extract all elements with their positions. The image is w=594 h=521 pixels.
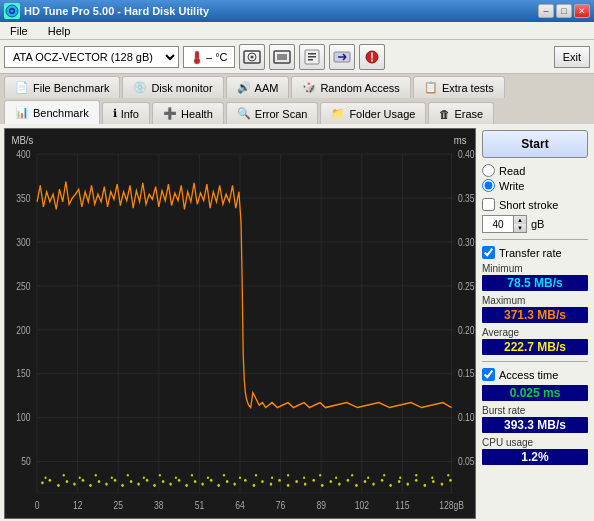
title-bar-left: HD Tune Pro 5.00 - Hard Disk Utility	[4, 3, 209, 19]
toolbar-btn-3[interactable]	[299, 44, 325, 70]
tab-benchmark[interactable]: 📊 Benchmark	[4, 100, 100, 124]
burst-rate-label: Burst rate	[482, 405, 588, 416]
spinbox-up[interactable]: ▲	[514, 216, 526, 224]
svg-text:0.20: 0.20	[458, 325, 475, 336]
svg-point-140	[431, 477, 433, 480]
short-stroke-label: Short stroke	[499, 199, 558, 211]
svg-point-139	[415, 474, 417, 477]
short-stroke-row: ▲ ▼ gB	[482, 215, 588, 233]
chart-container: MB/s ms 400 350 300 250 200 150 100 50 0…	[4, 128, 476, 519]
svg-text:350: 350	[16, 193, 30, 204]
svg-text:102: 102	[355, 501, 369, 512]
title-bar: HD Tune Pro 5.00 - Hard Disk Utility – □…	[0, 0, 594, 22]
svg-point-119	[95, 474, 97, 477]
svg-text:89: 89	[316, 501, 325, 512]
svg-point-132	[303, 477, 305, 480]
right-panel: Start Read Write Short stroke ▲ ▼	[480, 128, 590, 519]
tab-folder-usage[interactable]: 📁 Folder Usage	[320, 102, 426, 124]
window-title: HD Tune Pro 5.00 - Hard Disk Utility	[24, 5, 209, 17]
benchmark-icon: 📊	[15, 106, 29, 119]
short-stroke-spinbox[interactable]: ▲ ▼	[482, 215, 527, 233]
svg-text:400: 400	[16, 149, 30, 160]
svg-point-131	[287, 474, 289, 477]
minimize-button[interactable]: –	[538, 4, 554, 18]
read-radio-item[interactable]: Read	[482, 164, 588, 177]
access-time-checkbox-item[interactable]: Access time	[482, 368, 588, 381]
svg-point-70	[73, 483, 76, 486]
svg-point-85	[194, 480, 197, 483]
svg-point-125	[191, 474, 193, 477]
spinbox-down[interactable]: ▼	[514, 224, 526, 232]
svg-point-86	[201, 483, 204, 486]
svg-text:0.10: 0.10	[458, 413, 475, 424]
svg-point-68	[57, 484, 60, 487]
access-time-checkbox[interactable]	[482, 368, 495, 381]
svg-point-136	[367, 477, 369, 480]
tab-info[interactable]: ℹ Info	[102, 102, 150, 124]
svg-text:0.40: 0.40	[458, 149, 475, 160]
menu-help[interactable]: Help	[42, 24, 77, 38]
svg-text:0.05: 0.05	[458, 457, 475, 468]
svg-text:150: 150	[16, 369, 30, 380]
tab-file-benchmark[interactable]: 📄 File Benchmark	[4, 76, 120, 98]
svg-text:128gB: 128gB	[439, 501, 464, 512]
svg-point-135	[351, 474, 353, 477]
transfer-rate-checkbox[interactable]	[482, 246, 495, 259]
menu-bar: File Help	[0, 22, 594, 40]
maximize-button[interactable]: □	[556, 4, 572, 18]
toolbar-btn-4[interactable]	[329, 44, 355, 70]
toolbar-btn-1[interactable]	[239, 44, 265, 70]
start-button[interactable]: Start	[482, 130, 588, 158]
tab-health[interactable]: ➕ Health	[152, 102, 224, 124]
short-stroke-unit: gB	[531, 218, 544, 230]
drive-select[interactable]: ATA OCZ-VECTOR (128 gB)	[4, 46, 179, 68]
svg-text:0: 0	[35, 501, 40, 512]
svg-point-122	[143, 477, 145, 480]
toolbar: ATA OCZ-VECTOR (128 gB) – °C Exit	[0, 40, 594, 74]
svg-point-81	[162, 480, 165, 483]
tab-random-access[interactable]: 🎲 Random Access	[291, 76, 410, 98]
write-radio[interactable]	[482, 179, 495, 192]
svg-point-4	[194, 58, 200, 64]
avg-label: Average	[482, 327, 588, 338]
svg-point-66	[41, 481, 44, 484]
svg-text:MB/s: MB/s	[11, 134, 33, 146]
svg-text:100: 100	[16, 413, 30, 424]
health-icon: ➕	[163, 107, 177, 120]
disk-monitor-icon: 💿	[133, 81, 147, 94]
short-stroke-checkbox[interactable]	[482, 198, 495, 211]
write-radio-item[interactable]: Write	[482, 179, 588, 192]
tab-extra-tests[interactable]: 📋 Extra tests	[413, 76, 505, 98]
tab-error-scan[interactable]: 🔍 Error Scan	[226, 102, 319, 124]
tab-disk-monitor[interactable]: 💿 Disk monitor	[122, 76, 223, 98]
svg-point-134	[335, 477, 337, 480]
menu-file[interactable]: File	[4, 24, 34, 38]
exit-button[interactable]: Exit	[554, 46, 590, 68]
svg-point-100	[321, 484, 324, 487]
svg-point-99	[312, 479, 315, 482]
svg-point-69	[66, 480, 69, 483]
svg-point-118	[79, 477, 81, 480]
svg-text:38: 38	[154, 501, 163, 512]
svg-text:200: 200	[16, 325, 30, 336]
toolbar-btn-2[interactable]	[269, 44, 295, 70]
aam-icon: 🔊	[237, 81, 251, 94]
info-icon: ℹ	[113, 107, 117, 120]
svg-point-80	[153, 484, 156, 487]
svg-point-98	[304, 483, 307, 486]
radio-group: Read Write	[482, 162, 588, 194]
close-button[interactable]: ✕	[574, 4, 590, 18]
cpu-usage-value: 1.2%	[482, 449, 588, 465]
tab-aam[interactable]: 🔊 AAM	[226, 76, 290, 98]
transfer-rate-checkbox-item[interactable]: Transfer rate	[482, 246, 588, 259]
tab-erase[interactable]: 🗑 Erase	[428, 102, 494, 124]
svg-point-96	[287, 484, 290, 487]
read-radio[interactable]	[482, 164, 495, 177]
svg-point-90	[233, 483, 236, 486]
short-stroke-input[interactable]	[483, 216, 513, 232]
toolbar-btn-5[interactable]	[359, 44, 385, 70]
min-value: 78.5 MB/s	[482, 275, 588, 291]
svg-point-110	[406, 483, 409, 486]
svg-point-123	[159, 474, 161, 477]
short-stroke-checkbox-item[interactable]: Short stroke	[482, 198, 588, 211]
